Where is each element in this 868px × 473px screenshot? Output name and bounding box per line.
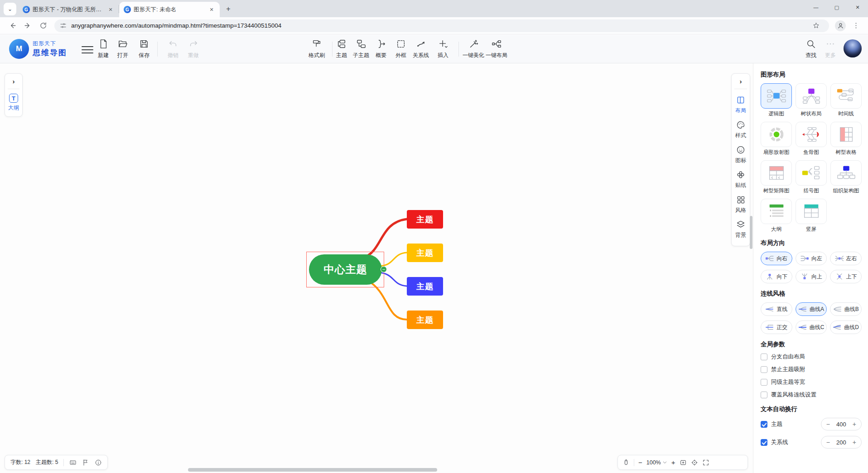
browser-menu-icon[interactable] — [849, 19, 862, 32]
expand-left-panel-icon[interactable]: › — [5, 77, 22, 89]
mindmap-canvas[interactable]: 中心主题 − 主题 主题 主题 主题 — [0, 63, 753, 473]
tab-style[interactable]: 样式 — [732, 118, 750, 143]
new-button[interactable]: 新建 — [92, 39, 114, 59]
central-topic-node[interactable]: 中心主题 — [309, 254, 382, 285]
layout-option-timeline[interactable]: 时间线 — [830, 83, 862, 117]
direction-left-button[interactable]: 向左 — [796, 252, 827, 265]
collapse-right-panel-icon[interactable]: › — [732, 77, 750, 89]
checkbox-unchecked[interactable] — [761, 366, 767, 373]
menu-hamburger-icon[interactable] — [82, 44, 93, 56]
back-icon[interactable] — [6, 19, 19, 32]
layout-option-tree-table[interactable]: 树型表格 — [830, 122, 862, 156]
direction-down-button[interactable]: 向下 — [761, 270, 792, 283]
layout-option-vertical[interactable]: 竖屏 — [796, 199, 827, 233]
bookmark-star-icon[interactable] — [810, 19, 822, 32]
browser-tab-1[interactable]: G 图形天下 - 万物化图 无所不形 ✕ — [18, 2, 119, 17]
stepper-minus-button[interactable]: − — [826, 420, 830, 428]
layout-option-fan-radial[interactable]: 扇形放射图 — [761, 122, 792, 156]
outline-button[interactable]: T 大纲 — [5, 94, 22, 112]
line-curve-d-button[interactable]: 曲线D — [830, 320, 862, 334]
zoom-in-button[interactable]: + — [671, 459, 675, 466]
mouse-mode-icon[interactable] — [622, 459, 630, 466]
line-curve-b-button[interactable]: 曲线B — [830, 302, 862, 316]
tab-layout[interactable]: 布局 — [732, 93, 750, 118]
auto-layout-button[interactable]: 一键布局 — [482, 39, 511, 59]
section-title: 全局参数 — [761, 340, 862, 349]
direction-up-down-icon — [835, 273, 844, 280]
bracket-thumb — [801, 164, 822, 182]
layout-option-org-chart[interactable]: 组织架构图 — [830, 160, 862, 194]
new-tab-button[interactable]: + — [222, 3, 234, 15]
tab-icons[interactable]: 图标 — [732, 143, 750, 167]
zoom-out-button[interactable]: − — [638, 459, 642, 466]
checkbox-checked[interactable] — [761, 421, 767, 428]
reload-icon[interactable] — [37, 19, 49, 32]
relation-line-button[interactable]: 关系线 — [409, 39, 433, 59]
browser-tab-2[interactable]: G 图形天下: 未命名 ✕ — [119, 2, 220, 17]
open-button[interactable]: 打开 — [112, 39, 134, 59]
option-free-branch-layout[interactable]: 分支自由布局 — [761, 353, 862, 361]
find-button[interactable]: 查找 — [800, 39, 822, 59]
option-disable-topic-snap[interactable]: 禁止主题吸附 — [761, 366, 862, 373]
stepper-plus-button[interactable]: + — [853, 439, 856, 446]
save-button[interactable]: 保存 — [133, 39, 155, 59]
line-straight-button[interactable]: 直线 — [761, 302, 792, 316]
keyboard-shortcuts-icon[interactable] — [69, 459, 77, 466]
tab-close-icon[interactable]: ✕ — [208, 6, 215, 13]
layout-option-logic[interactable]: 逻辑图 — [761, 83, 792, 117]
direction-up-down-button[interactable]: 上下 — [830, 270, 862, 283]
insert-button[interactable]: 插入 — [431, 39, 455, 59]
format-painter-button[interactable]: 格式刷 — [304, 39, 329, 59]
tab-close-icon[interactable]: ✕ — [107, 6, 114, 13]
tab-themes[interactable]: 风格 — [732, 192, 750, 217]
stepper-minus-button[interactable]: − — [826, 439, 830, 446]
undo-button[interactable]: 撤销 — [162, 39, 184, 59]
checkbox-checked[interactable] — [761, 439, 767, 446]
direction-right-button[interactable]: 向右 — [761, 252, 792, 265]
layout-option-bracket[interactable]: 括号图 — [796, 160, 827, 194]
tab-stickers[interactable]: 贴纸 — [732, 167, 750, 192]
fullscreen-icon[interactable] — [702, 459, 709, 466]
topic-node-3[interactable]: 主题 — [407, 277, 443, 296]
locate-center-icon[interactable] — [691, 459, 698, 466]
more-button[interactable]: 更多 — [820, 39, 841, 59]
line-curve-a-button[interactable]: 曲线A — [796, 302, 827, 316]
checkbox-unchecked[interactable] — [761, 379, 767, 386]
topic-node-2[interactable]: 主题 — [407, 244, 443, 262]
user-avatar[interactable] — [844, 39, 862, 57]
option-override-style-lines[interactable]: 覆盖风格连线设置 — [761, 391, 862, 399]
subtopic-button[interactable]: 子主题 — [349, 39, 373, 59]
tab-background[interactable]: 背景 — [732, 217, 750, 242]
address-bar[interactable]: anygraphanywhere.com/automap/mindmap.htm… — [54, 19, 829, 32]
redo-button[interactable]: 重做 — [183, 39, 204, 59]
horizontal-scrollbar[interactable] — [188, 468, 437, 472]
close-button[interactable]: ✕ — [847, 0, 868, 14]
topic-node-1[interactable]: 主题 — [407, 210, 443, 229]
checkbox-unchecked[interactable] — [761, 354, 767, 360]
topic-node-4[interactable]: 主题 — [407, 311, 443, 329]
summary-icon — [376, 39, 386, 49]
forward-icon[interactable] — [21, 19, 34, 32]
flag-icon[interactable] — [82, 459, 89, 466]
checkbox-unchecked[interactable] — [761, 392, 767, 398]
panel-vertical-scrollbar[interactable] — [750, 216, 752, 249]
zoom-level-dropdown[interactable]: 100% — [646, 459, 667, 466]
layout-option-outline[interactable]: 大纲 — [761, 199, 792, 233]
stepper-plus-button[interactable]: + — [853, 420, 856, 428]
collapse-branch-button[interactable]: − — [381, 266, 387, 272]
direction-both-sides-button[interactable]: 左右 — [830, 252, 862, 265]
layout-option-fishbone[interactable]: 鱼骨图 — [796, 122, 827, 156]
line-orthogonal-button[interactable]: 正交 — [761, 320, 792, 334]
maximize-button[interactable]: ▢ — [826, 0, 847, 14]
summary-button[interactable]: 概要 — [370, 39, 392, 59]
info-icon[interactable] — [95, 459, 102, 466]
layout-option-tree-matrix[interactable]: 树型矩阵图 — [761, 160, 792, 194]
minimize-button[interactable]: — — [805, 0, 826, 14]
direction-up-button[interactable]: 向上 — [796, 270, 827, 283]
fit-screen-icon[interactable] — [680, 459, 687, 466]
option-equal-width-siblings[interactable]: 同级主题等宽 — [761, 378, 862, 386]
profile-icon[interactable] — [834, 19, 847, 32]
layout-option-tree[interactable]: 树状布局 — [796, 83, 827, 117]
line-curve-c-button[interactable]: 曲线C — [796, 320, 827, 334]
tab-search-button[interactable]: ⌄ — [4, 3, 16, 15]
